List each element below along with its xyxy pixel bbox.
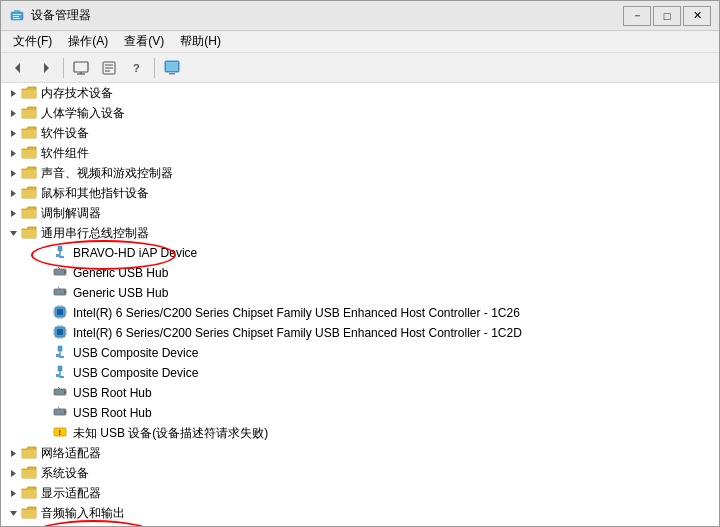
svg-rect-76 — [56, 374, 60, 377]
minimize-button[interactable]: － — [623, 6, 651, 26]
close-button[interactable]: ✕ — [683, 6, 711, 26]
item-icon-genericusb2 — [53, 285, 69, 301]
tree-item-usbroot1[interactable]: USB Root Hub — [1, 383, 719, 403]
tree-item-hid[interactable]: 人体学输入设备 — [1, 103, 719, 123]
monitor-icon — [164, 60, 180, 76]
svg-rect-43 — [57, 309, 63, 315]
toolbar: ? — [1, 53, 719, 83]
item-icon-intel2 — [53, 325, 69, 341]
tree-item-intel1[interactable]: Intel(R) 6 Series/C200 Series Chipset Fa… — [1, 303, 719, 323]
device-tree[interactable]: 内存技术设备 人体学输入设备 软件设备 软件组件 声音、视频和游戏控制器 鼠标和… — [1, 83, 719, 526]
window-controls: － □ ✕ — [623, 6, 711, 26]
item-icon-headphone — [53, 525, 69, 526]
tree-item-system[interactable]: 系统设备 — [1, 463, 719, 483]
properties-button[interactable] — [96, 56, 122, 80]
tree-item-bravo[interactable]: BRAVO-HD iAP Device — [1, 243, 719, 263]
svg-marker-21 — [11, 150, 16, 157]
tree-item-usbroot2[interactable]: USB Root Hub — [1, 403, 719, 423]
item-icon-unknown: ! — [53, 425, 69, 441]
properties-icon — [102, 61, 116, 75]
svg-marker-25 — [10, 231, 17, 236]
svg-rect-79 — [55, 391, 57, 393]
item-icon-mouse — [21, 185, 37, 201]
forward-button[interactable] — [33, 56, 59, 80]
tree-item-modem[interactable]: 调制解调器 — [1, 203, 719, 223]
item-label-system: 系统设备 — [41, 465, 89, 482]
item-icon-usbroot1 — [53, 385, 69, 401]
tree-item-sound[interactable]: 声音、视频和游戏控制器 — [1, 163, 719, 183]
svg-rect-3 — [13, 16, 19, 17]
menu-file[interactable]: 文件(F) — [5, 31, 60, 52]
tree-item-usbcomp1[interactable]: USB Composite Device — [1, 343, 719, 363]
tree-item-intel2[interactable]: Intel(R) 6 Series/C200 Series Chipset Fa… — [1, 323, 719, 343]
item-icon-usb — [21, 225, 37, 241]
item-label-headphone: 耳机 (R2R2000) — [73, 525, 159, 527]
svg-rect-28 — [56, 254, 60, 257]
tree-item-usb[interactable]: 通用串行总线控制器 — [1, 223, 719, 243]
tree-item-genericusb2[interactable]: Generic USB Hub — [1, 283, 719, 303]
tree-item-mouse[interactable]: 鼠标和其他指针设备 — [1, 183, 719, 203]
svg-rect-33 — [61, 271, 63, 273]
item-icon-sound — [21, 165, 37, 181]
help-button[interactable]: ? — [124, 56, 150, 80]
tree-item-softcomp[interactable]: 软件组件 — [1, 143, 719, 163]
expand-icon-hid — [5, 105, 21, 121]
tree-item-unknown[interactable]: !未知 USB 设备(设备描述符请求失败) — [1, 423, 719, 443]
svg-rect-57 — [57, 329, 63, 335]
item-label-memory: 内存技术设备 — [41, 85, 113, 102]
item-label-genericusb1: Generic USB Hub — [73, 266, 168, 280]
item-label-intel2: Intel(R) 6 Series/C200 Series Chipset Fa… — [73, 326, 522, 340]
tree-item-usbcomp2[interactable]: USB Composite Device — [1, 363, 719, 383]
expand-icon-software — [5, 125, 21, 141]
item-icon-softcomp — [21, 145, 37, 161]
item-label-network: 网络适配器 — [41, 445, 101, 462]
menu-view[interactable]: 查看(V) — [116, 31, 172, 52]
svg-marker-5 — [15, 63, 20, 73]
item-icon-usbcomp1 — [53, 345, 69, 361]
forward-icon — [39, 61, 53, 75]
monitor-button[interactable] — [159, 56, 185, 80]
svg-rect-73 — [60, 356, 64, 358]
svg-rect-26 — [58, 246, 62, 251]
tree-item-headphone[interactable]: 耳机 (R2R2000) — [1, 523, 719, 526]
svg-marker-95 — [10, 511, 17, 516]
computer-button[interactable] — [68, 56, 94, 80]
svg-rect-17 — [166, 62, 178, 71]
tree-item-display[interactable]: 显示适配器 — [1, 483, 719, 503]
back-button[interactable] — [5, 56, 31, 80]
item-icon-software — [21, 125, 37, 141]
window-title: 设备管理器 — [31, 7, 91, 24]
maximize-button[interactable]: □ — [653, 6, 681, 26]
back-icon — [11, 61, 25, 75]
item-label-genericusb2: Generic USB Hub — [73, 286, 168, 300]
item-label-usb: 通用串行总线控制器 — [41, 225, 149, 242]
item-icon-intel1 — [53, 305, 69, 321]
item-label-usbroot2: USB Root Hub — [73, 406, 152, 420]
svg-text:!: ! — [59, 428, 62, 437]
item-icon-hid — [21, 105, 37, 121]
menu-help[interactable]: 帮助(H) — [172, 31, 229, 52]
tree-item-audio[interactable]: 音频输入和输出 — [1, 503, 719, 523]
item-icon-usbcomp2 — [53, 365, 69, 381]
expand-icon-audio — [5, 505, 21, 521]
item-label-mouse: 鼠标和其他指针设备 — [41, 185, 149, 202]
menu-action[interactable]: 操作(A) — [60, 31, 116, 52]
tree-item-network[interactable]: 网络适配器 — [1, 443, 719, 463]
item-icon-network — [21, 445, 37, 461]
svg-text:?: ? — [133, 62, 140, 74]
item-label-usbcomp2: USB Composite Device — [73, 366, 198, 380]
app-icon — [9, 8, 25, 24]
tree-item-memory[interactable]: 内存技术设备 — [1, 83, 719, 103]
svg-marker-18 — [11, 90, 16, 97]
item-label-modem: 调制解调器 — [41, 205, 101, 222]
tree-item-software[interactable]: 软件设备 — [1, 123, 719, 143]
item-icon-display — [21, 485, 37, 501]
item-label-bravo: BRAVO-HD iAP Device — [73, 246, 197, 260]
item-label-hid: 人体学输入设备 — [41, 105, 125, 122]
svg-rect-70 — [58, 346, 62, 351]
item-icon-audio — [21, 505, 37, 521]
tree-item-genericusb1[interactable]: Generic USB Hub — [1, 263, 719, 283]
svg-rect-2 — [13, 14, 21, 15]
svg-rect-74 — [58, 366, 62, 371]
item-icon-genericusb1 — [53, 265, 69, 281]
